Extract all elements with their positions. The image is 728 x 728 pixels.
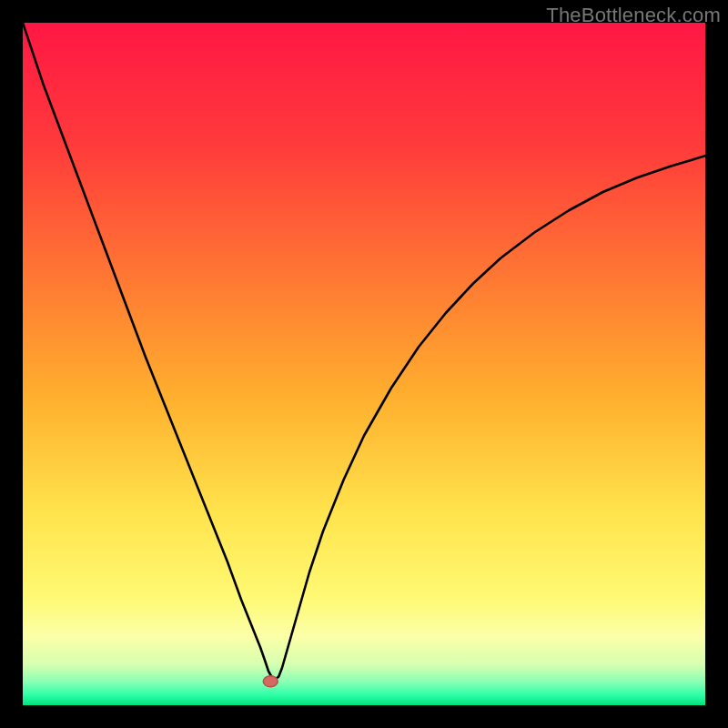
optimum-marker <box>263 676 278 687</box>
chart-frame: TheBottleneck.com <box>0 0 728 728</box>
chart-svg <box>23 23 705 705</box>
gradient-background <box>23 23 705 705</box>
plot-area <box>23 23 705 705</box>
